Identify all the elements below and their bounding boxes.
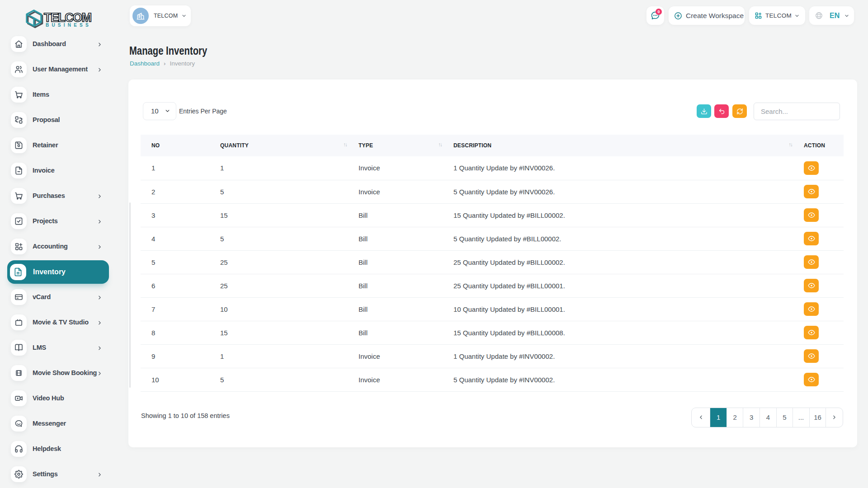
svg-text:BUSINESS: BUSINESS (46, 23, 90, 28)
